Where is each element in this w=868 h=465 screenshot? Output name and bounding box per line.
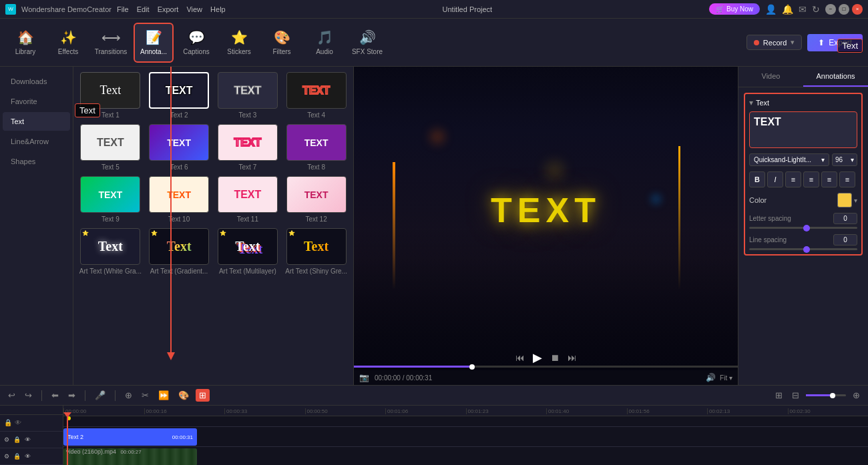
color-picker-control[interactable]: ▾ <box>837 193 857 207</box>
record-button[interactable]: Record ▾ <box>746 35 802 50</box>
zoom-expand-button[interactable]: ⊕ <box>850 389 863 402</box>
text-preset-1[interactable]: Text Text 1 <box>79 72 142 119</box>
titlebar-icons: 👤 🔔 ✉ ↻ <box>765 4 820 15</box>
street-light-1 <box>393 162 395 290</box>
tab-video[interactable]: Video <box>738 67 803 87</box>
stop-button[interactable]: ⏹ <box>550 352 560 363</box>
buy-now-button[interactable]: 🛒 Buy Now <box>709 3 760 15</box>
text-preset-6[interactable]: TEXT Text 6 <box>148 124 211 171</box>
ruler-mark-1: 00:00:16 <box>144 408 225 414</box>
line-spacing-section: Line spacing 0 <box>749 234 857 250</box>
line-spacing-thumb[interactable] <box>803 246 810 253</box>
text-preset-art2[interactable]: Text ⭐ Art Text (Gradient... <box>148 228 211 275</box>
menu-export[interactable]: Export <box>158 5 179 13</box>
undo-button[interactable]: ↩ <box>5 389 18 402</box>
line-spacing-slider[interactable] <box>749 248 857 250</box>
toolbar-annotations[interactable]: 📝 Annota... <box>134 23 174 63</box>
toolbar-library[interactable]: 🏠 Library <box>5 23 45 63</box>
trim-end-button[interactable]: ➡ <box>65 389 78 402</box>
sidebar-item-text[interactable]: Text <box>3 112 70 131</box>
text-preset-art4[interactable]: Text ⭐ Art Text (Shiny Gre... <box>284 228 348 275</box>
font-size-control[interactable]: 96 ▾ <box>832 153 857 166</box>
align-right-button[interactable]: ≡ <box>821 171 837 187</box>
close-button[interactable]: × <box>852 4 863 15</box>
sidebar-item-favorite[interactable]: Favorite <box>3 92 70 111</box>
text-preset-10[interactable]: TEXT Text 10 <box>148 176 211 223</box>
transitions-icon: ⟷ <box>101 29 121 45</box>
menu-edit[interactable]: Edit <box>137 5 150 13</box>
align-center-button[interactable]: ≡ <box>803 171 819 187</box>
active-tool-button[interactable]: ⊞ <box>196 389 210 402</box>
refresh-icon[interactable]: ↻ <box>812 4 820 15</box>
timeline-tracks-right: 00:00:00 00:00:16 00:00:33 00:00:50 00:0… <box>63 406 868 465</box>
text-preset-11[interactable]: TEXT Text 11 <box>216 176 280 223</box>
track-label-row-text: ⚙ 🔒 👁 <box>0 432 63 448</box>
ruler-spacer <box>0 406 63 415</box>
toolbar-sfx[interactable]: 🔊 SFX Store <box>347 23 387 63</box>
toolbar-stickers[interactable]: ⭐ Stickers <box>219 23 259 63</box>
text-preset-7[interactable]: TEXT Text 7 <box>216 124 280 171</box>
fast-forward-icon[interactable]: ⏭ <box>568 352 577 363</box>
bold-button[interactable]: B <box>749 171 765 187</box>
volume-icon[interactable]: 🔊 <box>706 373 716 382</box>
trim-start-button[interactable]: ⬅ <box>49 389 61 402</box>
align-justify-button[interactable]: ≡ <box>839 171 855 187</box>
text-track-clip[interactable]: Text 2 00:00:31 <box>63 428 197 446</box>
sidebar-item-shapes[interactable]: Shapes <box>3 152 70 171</box>
bokeh-3 <box>546 162 563 179</box>
zoom-fit-button[interactable]: ⊟ <box>789 389 802 402</box>
text-preset-art3[interactable]: Text ⭐ Art Text (Multilayer) <box>216 228 280 275</box>
letter-spacing-value[interactable]: 0 <box>833 213 857 224</box>
color-dropdown-icon[interactable]: ▾ <box>854 197 857 204</box>
color-swatch[interactable] <box>837 193 852 207</box>
letter-spacing-slider[interactable] <box>749 227 857 229</box>
text-preset-4[interactable]: TEXT Text 4 <box>284 72 348 119</box>
font-selector[interactable]: Quicksand-LightIt... ▾ <box>749 153 829 166</box>
menu-help[interactable]: Help <box>210 5 226 13</box>
letter-spacing-thumb[interactable] <box>803 225 810 231</box>
toolbar-transitions[interactable]: ⟷ Transitions <box>91 23 131 63</box>
toolbar-filters[interactable]: 🎨 Filters <box>262 23 302 63</box>
menu-file[interactable]: File <box>117 5 129 13</box>
add-media-button[interactable]: ⊞ <box>773 389 785 402</box>
maximize-button[interactable]: □ <box>839 4 849 15</box>
progress-bar[interactable] <box>354 366 738 368</box>
toolbar-effects[interactable]: ✨ Effects <box>48 23 88 63</box>
record-dot <box>754 40 759 45</box>
menu-view[interactable]: View <box>186 5 202 13</box>
user-icon[interactable]: 👤 <box>765 4 777 15</box>
text-preset-5[interactable]: TEXT Text 5 <box>79 124 142 171</box>
color-correct-button[interactable]: 🎨 <box>176 389 192 402</box>
sidebar-item-downloads[interactable]: Downloads <box>3 72 70 91</box>
rewind-icon[interactable]: ⏮ <box>515 352 525 363</box>
fit-select[interactable]: Fit ▾ <box>720 374 732 382</box>
sidebar-item-line-arrow[interactable]: Line&Arrow <box>3 132 70 151</box>
zoom-track[interactable] <box>806 394 846 396</box>
text-preset-art1[interactable]: Text ⭐ Art Text (White Gra... <box>79 228 142 275</box>
add-track-button[interactable]: ⊕ <box>122 389 135 402</box>
app-name: Wondershare DemoCreator <box>21 5 112 13</box>
eye-icon: 👁 <box>15 419 21 426</box>
play-button[interactable]: ▶ <box>533 350 542 365</box>
snapshot-icon[interactable]: 📷 <box>359 373 369 382</box>
text-preset-12[interactable]: TEXT Text 12 <box>284 176 348 223</box>
toolbar-captions[interactable]: 💬 Captions <box>176 23 216 63</box>
align-left-button[interactable]: ≡ <box>785 171 801 187</box>
bell-icon[interactable]: 🔔 <box>782 4 793 15</box>
line-spacing-value[interactable]: 0 <box>833 234 857 246</box>
export-button[interactable]: ⬆ Export <box>807 34 863 51</box>
text-preset-2[interactable]: TEXT Text 2 <box>148 72 211 119</box>
split-button[interactable]: ✂ <box>139 389 152 402</box>
speed-button[interactable]: ⏩ <box>156 389 172 402</box>
text-preset-3[interactable]: TEXT Text 3 <box>216 72 280 119</box>
toolbar-audio[interactable]: 🎵 Audio <box>304 23 345 63</box>
redo-button[interactable]: ↪ <box>22 389 35 402</box>
tab-annotations[interactable]: Annotations <box>803 67 868 87</box>
message-icon[interactable]: ✉ <box>799 4 807 15</box>
minimize-button[interactable]: − <box>825 4 836 15</box>
record-voice-button[interactable]: 🎤 <box>92 389 108 402</box>
italic-button[interactable]: I <box>767 171 783 187</box>
text-preset-8[interactable]: TEXT Text 8 <box>284 124 348 171</box>
text-content-editor[interactable]: TEXT <box>749 111 857 148</box>
text-preset-9[interactable]: TEXT Text 9 <box>79 176 142 223</box>
